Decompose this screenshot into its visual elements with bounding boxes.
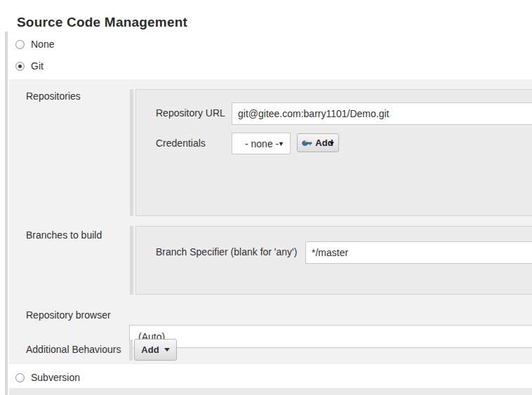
repository-url-input[interactable] (232, 102, 532, 125)
key-icon (302, 138, 312, 148)
repositories-indent-bar (130, 89, 133, 216)
credentials-label: Credentials (156, 138, 206, 149)
dropdown-arrow-icon: ▼ (278, 140, 284, 147)
additional-behaviours-indent-bar (129, 340, 133, 361)
scm-option-none[interactable]: None (15, 39, 54, 50)
branches-indent-bar (130, 226, 133, 295)
add-credentials-caret-icon: ▾ (330, 138, 334, 148)
scm-option-subversion[interactable]: Subversion (15, 372, 80, 383)
repositories-section-label: Repositories (26, 91, 81, 102)
add-credentials-button[interactable]: Add ▾ (297, 133, 339, 152)
credentials-select[interactable]: - none - ▼ (232, 133, 291, 154)
branch-specifier-input[interactable] (305, 241, 532, 264)
bottom-divider (9, 388, 532, 395)
credentials-selected-option: - none - (232, 138, 279, 149)
radio-none[interactable] (15, 40, 25, 49)
radio-none-label: None (31, 39, 54, 50)
add-behaviour-button[interactable]: Add (134, 339, 177, 361)
additional-behaviours-label: Additional Behaviours (26, 344, 121, 355)
repository-url-label: Repository URL (156, 107, 225, 119)
scm-config-page: { "page_title": "Source Code Management"… (0, 0, 532, 395)
radio-git-label: Git (31, 60, 44, 72)
radio-git[interactable] (15, 62, 25, 71)
radio-subversion[interactable] (15, 373, 25, 382)
repository-browser-label: Repository browser (26, 309, 111, 321)
scm-option-git[interactable]: Git (15, 60, 44, 72)
radio-subversion-label: Subversion (31, 372, 80, 383)
branch-specifier-label: Branch Specifier (blank for 'any') (156, 246, 297, 257)
page-title: Source Code Management (17, 15, 187, 30)
add-behaviour-button-label: Add (141, 344, 159, 355)
repository-browser-select[interactable]: (Auto) (129, 325, 532, 348)
branches-section-label: Branches to build (26, 229, 102, 241)
scm-section-indent-bar (5, 32, 8, 395)
add-behaviour-dropdown-arrow-icon (164, 348, 170, 352)
